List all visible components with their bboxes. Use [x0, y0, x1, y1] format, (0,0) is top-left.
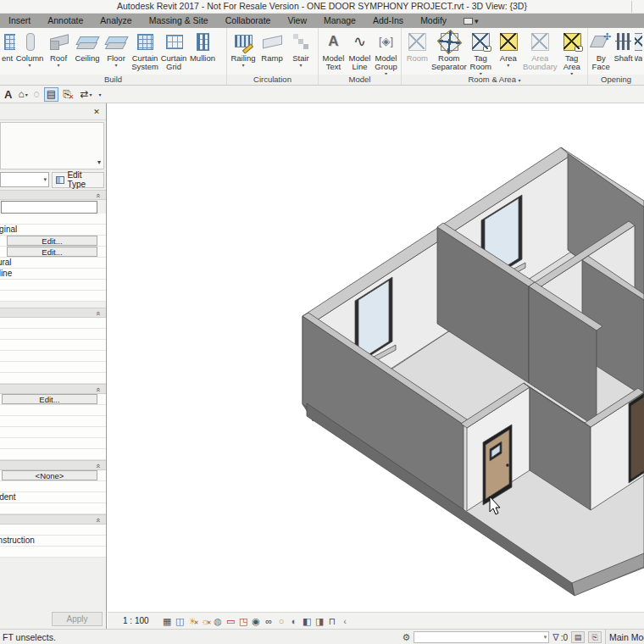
search-combo[interactable]: ▾ — [0, 172, 49, 187]
tool-wall-opening[interactable]: Wall — [635, 30, 642, 63]
property-row-parts-visibility[interactable]: Show Original — [0, 225, 106, 236]
temporary-hide-isolate-icon[interactable]: ∞ — [263, 613, 275, 629]
tab-modify[interactable]: Modify — [412, 14, 455, 28]
tool-column[interactable]: Column ▾ — [15, 30, 44, 68]
text-note-icon[interactable]: A — [3, 87, 14, 102]
tool-shaft[interactable]: Shaft — [612, 30, 634, 63]
property-row-graphic-display[interactable]: Edit... — [0, 247, 106, 258]
tab-annotate[interactable]: Annotate — [39, 14, 92, 28]
design-options-combo[interactable]: ▾ — [414, 631, 549, 643]
edit-type-button[interactable]: Edit Type — [52, 172, 104, 188]
tool-stair[interactable]: Stair ▾ — [286, 30, 315, 68]
tool-tag-room[interactable]: Tag Room ▾ — [467, 30, 495, 75]
property-row-dependency[interactable]: Independent — [0, 492, 106, 503]
view-scale-button[interactable]: 1 : 100 — [123, 616, 149, 625]
property-row-discipline[interactable]: Architectural — [0, 258, 106, 269]
active-workset-label[interactable]: Main Mod — [605, 630, 644, 644]
temporary-view-properties-icon[interactable]: ◐ — [288, 613, 301, 629]
property-row[interactable] — [0, 503, 106, 514]
tab-insert[interactable]: Insert — [0, 14, 39, 28]
tool-model-text[interactable]: Model Text — [320, 30, 347, 71]
tab-manage[interactable]: Manage — [315, 14, 364, 28]
tool-floor[interactable]: Floor ▾ — [102, 30, 130, 68]
section-header-identity[interactable]: « — [0, 460, 106, 470]
tool-room-separator[interactable]: Room Separator — [431, 30, 467, 71]
property-row[interactable] — [0, 214, 106, 225]
tool-tag-area[interactable]: Tag Area ▾ — [558, 30, 586, 75]
section-header[interactable]: « — [0, 308, 106, 318]
tab-collaborate[interactable]: Collaborate — [217, 14, 280, 28]
view-template-button[interactable]: <None> — [2, 470, 97, 480]
shadows-icon[interactable]: ☼✕ — [199, 613, 212, 629]
property-row[interactable] — [0, 427, 106, 438]
close-inactive-views-button[interactable]: ⎘ ✕ — [61, 87, 75, 102]
tool-model-line[interactable]: Model Line — [347, 30, 373, 71]
crop-view-icon[interactable]: ▭ — [225, 613, 237, 629]
selection-filter[interactable]: ∇ :0 — [552, 632, 568, 643]
property-value-input[interactable] — [1, 201, 97, 214]
property-row-show-hidden-lines[interactable]: By Discipline — [0, 269, 106, 280]
property-row[interactable] — [0, 449, 106, 460]
property-row[interactable] — [0, 280, 106, 291]
property-row[interactable] — [0, 547, 106, 558]
property-row[interactable] — [0, 291, 106, 302]
apply-button[interactable]: Apply — [52, 612, 103, 626]
tool-curtain-system[interactable]: Curtain System — [130, 30, 159, 71]
default-3d-view-button[interactable]: ⌂ ▾ — [16, 87, 29, 102]
tool-area[interactable]: Area ▾ — [495, 30, 523, 68]
rendering-dialog-icon[interactable]: ◍ — [212, 613, 225, 629]
tool-roof[interactable]: Roof ▾ — [44, 30, 73, 68]
switch-windows-button[interactable]: ⇄ ▾ — [78, 87, 93, 102]
viewbar-more-icon[interactable]: ‹ — [339, 613, 352, 629]
section-header[interactable]: « — [0, 384, 106, 394]
editable-only-toggle[interactable]: ▤ — [571, 631, 585, 643]
edit-button[interactable]: Edit... — [7, 247, 97, 257]
tool-by-face[interactable]: By Face — [590, 30, 612, 71]
property-row[interactable] — [0, 481, 106, 492]
properties-toggle-button[interactable]: ▤ — [44, 87, 58, 102]
property-row-vg-overrides[interactable]: Edit... — [0, 236, 106, 247]
tool-model-group[interactable]: Model Group ▾ — [373, 30, 399, 75]
group-label-room-area[interactable]: Room & Area ▾ — [402, 75, 588, 85]
tab-analyze[interactable]: Analyze — [92, 14, 140, 28]
section-header-graphics[interactable]: « — [0, 190, 106, 200]
reveal-constraints-icon[interactable]: ⊓ — [326, 613, 339, 629]
exclude-options-toggle[interactable]: ⎘ — [588, 631, 602, 643]
render-button[interactable]: ◌ — [32, 87, 42, 102]
tool-mullion[interactable]: Mullion — [188, 30, 217, 63]
property-row[interactable] — [0, 438, 106, 449]
tool-railing[interactable]: Railing ▾ — [229, 30, 258, 68]
property-row[interactable] — [0, 405, 106, 416]
tool-ramp[interactable]: Ramp — [258, 30, 286, 63]
property-row[interactable] — [0, 525, 106, 536]
tool-curtain-grid[interactable]: Curtain Grid — [159, 30, 188, 71]
type-selector[interactable]: ▾ — [0, 122, 104, 169]
tool-component[interactable]: Component — [2, 30, 15, 63]
drawing-area[interactable] — [108, 103, 644, 629]
property-row-view-template[interactable]: <None> — [0, 470, 106, 481]
property-row-edit[interactable]: Edit... — [0, 394, 106, 405]
ribbon-display-toggle[interactable]: ▾ — [458, 17, 484, 25]
edit-button[interactable]: Edit... — [7, 236, 97, 246]
property-row[interactable] — [0, 416, 106, 427]
analytical-model-icon[interactable]: ◧ — [301, 613, 314, 629]
tool-ceiling[interactable]: Ceiling — [73, 30, 102, 63]
property-row[interactable] — [0, 351, 106, 362]
worksets-icon[interactable]: ⚙ — [402, 632, 410, 643]
property-row-phase[interactable]: New Construction — [0, 536, 106, 547]
property-row[interactable] — [0, 329, 106, 340]
toolbar-overflow-button[interactable]: ▾ — [97, 87, 103, 102]
displacement-sets-icon[interactable]: ◨ — [314, 613, 326, 629]
property-row[interactable] — [0, 340, 106, 351]
show-crop-region-icon[interactable]: ◳ — [237, 613, 250, 629]
sun-path-icon[interactable]: ☀✕ — [186, 613, 199, 629]
detail-level-icon[interactable]: ▦ — [161, 613, 174, 629]
tab-view[interactable]: View — [279, 14, 315, 28]
property-row[interactable] — [0, 373, 106, 384]
tab-massing-site[interactable]: Massing & Site — [141, 14, 217, 28]
section-header-phasing[interactable]: « — [0, 514, 106, 525]
property-row[interactable] — [0, 362, 106, 373]
close-icon[interactable]: ✕ — [91, 106, 103, 118]
edit-button[interactable]: Edit... — [2, 394, 97, 404]
property-row[interactable] — [0, 318, 106, 329]
